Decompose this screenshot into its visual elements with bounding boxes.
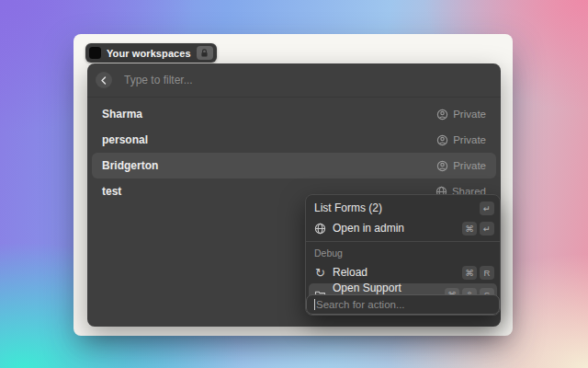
workspace-name: personal — [102, 133, 148, 146]
visibility-label: Private — [453, 109, 486, 120]
lock-badge — [197, 46, 213, 60]
back-button[interactable] — [96, 72, 112, 88]
menu-item-label: Open in admin — [333, 222, 404, 235]
workspace-list: Sharma Private personal — [87, 98, 501, 204]
filter-input[interactable]: Type to filter... — [124, 74, 193, 86]
workspaces-pill-label: Your workspaces — [107, 48, 191, 59]
menu-divider — [306, 241, 500, 242]
shortcut-keys: ⌘ R — [462, 266, 494, 280]
r-key: R — [480, 266, 494, 280]
user-circle-icon — [436, 134, 448, 146]
return-key: ↵ — [480, 201, 494, 215]
command-key: ⌘ — [462, 266, 477, 280]
shortcut-keys: ⌘ ↵ — [462, 222, 494, 236]
menu-item-reload[interactable]: ↻ Reload ⌘ R — [306, 261, 500, 283]
filter-bar: Type to filter... — [87, 63, 501, 98]
visibility-badge: Private — [436, 109, 486, 121]
workspace-row-sharma[interactable]: Sharma Private — [92, 101, 496, 127]
menu-item-label: Reload — [333, 266, 368, 279]
workspace-name: Bridgerton — [102, 159, 158, 172]
action-search-input[interactable]: Search for action... — [316, 299, 405, 310]
user-circle-icon — [436, 160, 448, 172]
desktop-background: Your workspaces Type to filter... — [0, 0, 588, 368]
workspace-name: Sharma — [102, 108, 142, 121]
visibility-badge: Private — [436, 134, 486, 146]
command-key: ⌘ — [462, 222, 477, 236]
workspace-name: test — [102, 185, 121, 198]
workspaces-pill[interactable]: Your workspaces — [85, 43, 217, 63]
lock-icon — [200, 49, 209, 58]
user-circle-icon — [436, 109, 448, 121]
workspace-row-personal[interactable]: personal Private — [92, 127, 496, 153]
menu-item-label: List Forms (2) — [314, 201, 382, 214]
action-search-box[interactable]: Search for action... — [306, 294, 500, 315]
visibility-label: Private — [453, 134, 486, 145]
refresh-icon: ↻ — [314, 267, 326, 279]
workspace-row-bridgerton[interactable]: Bridgerton Private — [92, 153, 496, 178]
menu-section-debug: Debug — [306, 245, 500, 261]
visibility-label: Private — [453, 160, 486, 171]
action-menu-list: List Forms (2) ↵ O — [306, 195, 500, 305]
app-logo-icon — [89, 47, 101, 59]
globe-icon — [314, 223, 326, 235]
app-window: Your workspaces Type to filter... — [74, 34, 513, 336]
visibility-badge: Private — [436, 160, 486, 172]
return-key: ↵ — [480, 222, 494, 236]
workspace-switcher-panel: Type to filter... Sharma Private — [87, 63, 501, 327]
menu-item-open-in-admin[interactable]: Open in admin ⌘ ↵ — [306, 218, 500, 238]
shortcut-keys: ↵ — [480, 201, 494, 215]
action-menu-popup: List Forms (2) ↵ O — [305, 194, 501, 316]
menu-item-list-forms[interactable]: List Forms (2) ↵ — [306, 198, 500, 218]
text-cursor — [314, 299, 315, 310]
chevron-left-icon — [100, 76, 107, 85]
